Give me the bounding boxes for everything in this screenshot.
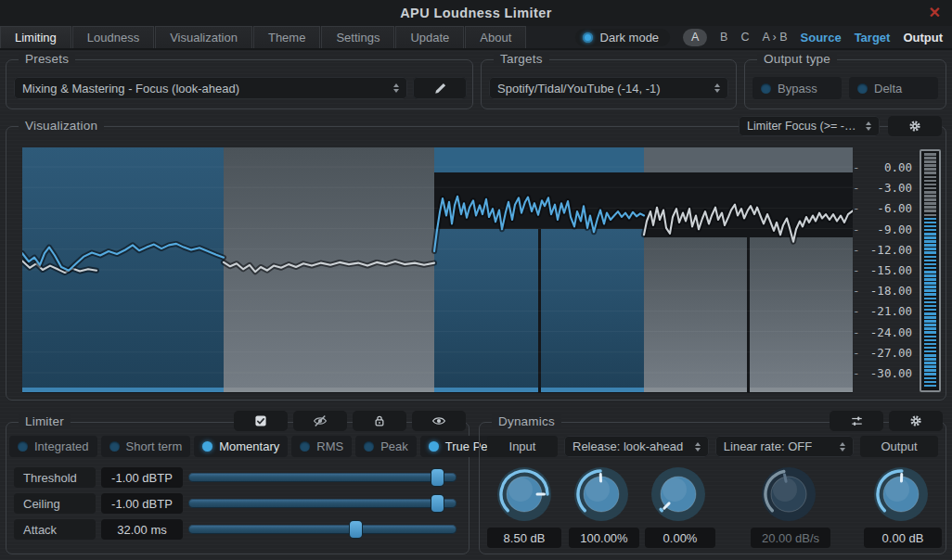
visualization-header-controls: Limiter Focus (>= -30)	[739, 116, 942, 136]
limiter-view-button[interactable]	[412, 411, 466, 431]
meter-segment	[924, 305, 936, 308]
slider-thumb[interactable]	[431, 469, 444, 486]
monitor-source-button[interactable]: Source	[801, 31, 842, 45]
db-scale-label: --15.00	[853, 263, 912, 277]
dynamics-knob-0[interactable]	[495, 465, 554, 524]
output-type-bypass-toggle[interactable]: Bypass	[753, 77, 842, 99]
meter-segment	[924, 369, 936, 372]
meter-segment	[924, 324, 936, 326]
limiter-hide-button[interactable]	[293, 411, 347, 431]
tune-icon	[850, 414, 864, 428]
targets-group: Targets Spotify/Tidal/YouTube (-14, -1)	[481, 59, 737, 109]
dynamics-settings-button[interactable]	[889, 411, 943, 431]
meter-segment	[924, 240, 936, 243]
tab-update[interactable]: Update	[395, 26, 464, 48]
tab-bar: LimitingLoudnessVisualizationThemeSettin…	[0, 26, 952, 50]
tab-about[interactable]: About	[465, 26, 526, 48]
param-slider-ceiling[interactable]	[188, 493, 457, 514]
knob-value-0: 8.50 dB	[487, 528, 561, 548]
viz-settings-button[interactable]	[888, 116, 942, 136]
param-name: Threshold	[14, 467, 96, 488]
ab-copy-button[interactable]: A › B	[762, 31, 787, 44]
db-scale-label: --6.00	[853, 201, 912, 215]
meter-segment	[924, 320, 936, 323]
dynamics-knob-4[interactable]	[871, 465, 931, 524]
param-value: -1.00 dBTP	[101, 467, 183, 488]
slider-track[interactable]	[188, 499, 457, 508]
gear-icon	[909, 414, 922, 427]
ab-state-c-button[interactable]: C	[740, 31, 749, 44]
meter-segment	[924, 187, 936, 190]
dark-mode-toggle[interactable]: Dark mode	[575, 29, 671, 46]
param-slider-threshold[interactable]	[188, 467, 457, 488]
dynamics-output-label: Output	[860, 436, 938, 457]
limiter-toggle-rms[interactable]: RMS	[291, 436, 352, 457]
meter-segment	[924, 312, 936, 315]
param-slider-attack[interactable]	[188, 519, 457, 540]
close-icon[interactable]: ✕	[929, 4, 941, 21]
toggle-dot-icon	[18, 441, 28, 452]
tab-loudness[interactable]: Loudness	[72, 26, 154, 48]
monitor-output-button[interactable]: Output	[903, 31, 943, 45]
preset-edit-button[interactable]	[413, 77, 467, 99]
toggle-dot-icon	[364, 441, 374, 452]
tab-theme[interactable]: Theme	[253, 26, 320, 48]
limiter-enable-button[interactable]	[234, 411, 288, 431]
window-title: APU Loudness Limiter	[400, 6, 552, 20]
release-select[interactable]: Release: look-ahead	[564, 436, 709, 457]
limiter-toggle-peak[interactable]: Peak	[355, 436, 417, 457]
meter-segment	[924, 298, 936, 300]
slider-track[interactable]	[188, 525, 457, 534]
preset-select[interactable]: Mixing & Mastering - Focus (look-ahead)	[14, 77, 407, 99]
meter-segment	[924, 198, 936, 201]
limiter-header-buttons	[234, 411, 466, 431]
dynamics-io-row: Input Release: look-ahead Linear rate: O…	[487, 436, 938, 457]
dynamics-knob-2[interactable]	[649, 465, 708, 524]
param-row-ceiling: Ceiling-1.00 dBTP	[14, 493, 457, 514]
dynamics-knob-1[interactable]	[572, 465, 631, 524]
meter-segment	[924, 362, 936, 364]
meter-segment	[924, 289, 936, 292]
meter-segment	[924, 316, 936, 319]
tab-limiting[interactable]: Limiting	[0, 26, 71, 48]
meter-segment	[924, 191, 936, 194]
monitor-target-button[interactable]: Target	[855, 31, 891, 45]
target-select[interactable]: Spotify/Tidal/YouTube (-14, -1)	[489, 77, 728, 99]
limiter-toggle-momentary[interactable]: Momentary	[194, 436, 288, 457]
limiter-toggle-integrated[interactable]: Integrated	[9, 436, 97, 457]
slider-track[interactable]	[188, 473, 457, 482]
dynamics-header-buttons	[830, 411, 943, 431]
dynamics-tune-button[interactable]	[830, 411, 883, 431]
release-selected-value: Release: look-ahead	[572, 439, 683, 453]
knob-value-2: 0.00%	[645, 528, 715, 548]
meter-segment	[924, 347, 936, 350]
presets-group-label: Presets	[19, 52, 75, 66]
meter-segment	[924, 267, 936, 270]
ab-state-a-button[interactable]: A	[683, 29, 707, 46]
limiter-lock-button[interactable]	[353, 411, 406, 431]
meter-segment	[924, 202, 936, 205]
linear-rate-select[interactable]: Linear rate: OFF	[715, 436, 854, 457]
meter-segment	[924, 214, 936, 217]
meter-segment	[924, 327, 936, 330]
meter-segment	[924, 339, 936, 342]
meter-segment	[924, 218, 936, 221]
db-scale-label: --27.00	[853, 346, 912, 360]
meter-segment	[924, 168, 936, 171]
slider-thumb[interactable]	[431, 495, 444, 512]
output-type-delta-toggle[interactable]: Delta	[849, 77, 938, 99]
dynamics-knob-3[interactable]	[759, 465, 818, 524]
dynamics-input-label: Input	[487, 436, 558, 457]
select-arrows-icon	[386, 83, 399, 93]
meter-segment	[924, 157, 936, 159]
dark-mode-label: Dark mode	[600, 31, 660, 45]
meter-segment	[924, 373, 936, 375]
dynamics-group: Dynamics Input Release: look-ahead	[479, 422, 946, 554]
ab-state-b-button[interactable]: B	[720, 31, 727, 44]
limiter-toggle-short-term[interactable]: Short term	[101, 436, 191, 457]
tab-settings[interactable]: Settings	[321, 26, 394, 48]
slider-thumb[interactable]	[350, 521, 362, 538]
output-type-group-label: Output type	[757, 52, 837, 66]
tab-visualization[interactable]: Visualization	[155, 26, 252, 48]
viz-mode-select[interactable]: Limiter Focus (>= -30)	[739, 116, 880, 136]
